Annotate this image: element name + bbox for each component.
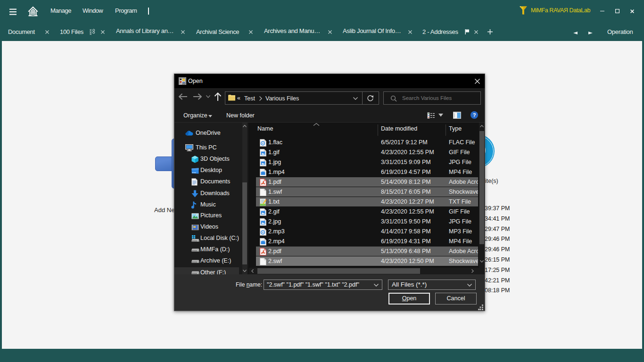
svg-text:?: ? — [473, 112, 476, 118]
